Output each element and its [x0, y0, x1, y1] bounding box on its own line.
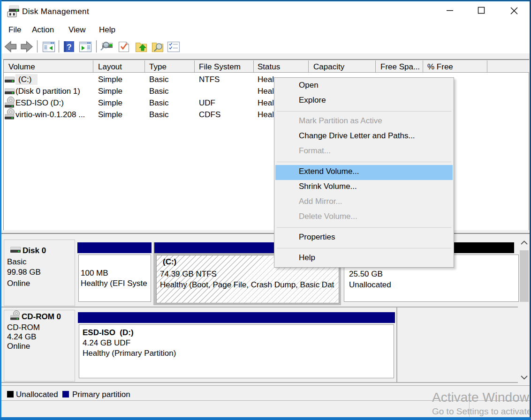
svg-text:?: ?	[67, 43, 71, 52]
